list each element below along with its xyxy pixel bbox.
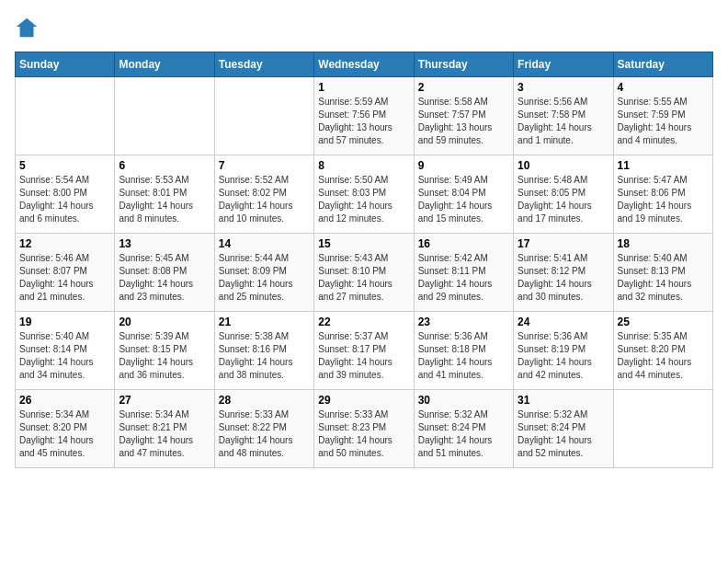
day-number: 9 xyxy=(418,159,509,172)
page-header xyxy=(15,15,713,40)
day-number: 25 xyxy=(618,316,709,328)
day-number: 19 xyxy=(19,316,110,328)
day-number: 6 xyxy=(119,159,210,172)
day-number: 11 xyxy=(618,159,709,172)
day-info: Sunrise: 5:54 AMSunset: 8:00 PMDaylight:… xyxy=(19,174,110,225)
day-info: Sunrise: 5:32 AMSunset: 8:24 PMDaylight:… xyxy=(518,408,609,460)
calendar-cell: 24Sunrise: 5:36 AMSunset: 8:19 PMDayligh… xyxy=(514,312,613,390)
day-info: Sunrise: 5:43 AMSunset: 8:10 PMDaylight:… xyxy=(318,252,409,304)
day-info: Sunrise: 5:56 AMSunset: 7:58 PMDaylight:… xyxy=(518,96,609,147)
day-number: 8 xyxy=(318,159,409,172)
day-header-sunday: Sunday xyxy=(16,52,115,77)
calendar-cell: 23Sunrise: 5:36 AMSunset: 8:18 PMDayligh… xyxy=(414,312,513,390)
day-info: Sunrise: 5:38 AMSunset: 8:16 PMDaylight:… xyxy=(219,330,310,382)
week-row-2: 12Sunrise: 5:46 AMSunset: 8:07 PMDayligh… xyxy=(16,234,713,312)
day-info: Sunrise: 5:47 AMSunset: 8:06 PMDaylight:… xyxy=(618,174,709,225)
calendar-cell: 22Sunrise: 5:37 AMSunset: 8:17 PMDayligh… xyxy=(314,312,414,390)
day-info: Sunrise: 5:36 AMSunset: 8:18 PMDaylight:… xyxy=(418,330,509,382)
calendar-cell: 5Sunrise: 5:54 AMSunset: 8:00 PMDaylight… xyxy=(16,155,115,234)
week-row-3: 19Sunrise: 5:40 AMSunset: 8:14 PMDayligh… xyxy=(16,312,713,390)
day-info: Sunrise: 5:50 AMSunset: 8:03 PMDaylight:… xyxy=(318,174,409,225)
day-info: Sunrise: 5:49 AMSunset: 8:04 PMDaylight:… xyxy=(418,174,509,225)
day-number: 5 xyxy=(19,159,110,172)
day-number: 17 xyxy=(518,237,609,250)
calendar-cell xyxy=(115,77,214,155)
calendar-cell: 4Sunrise: 5:55 AMSunset: 7:59 PMDaylight… xyxy=(613,77,712,155)
header-row: SundayMondayTuesdayWednesdayThursdayFrid… xyxy=(16,52,713,77)
day-number: 23 xyxy=(418,316,509,328)
calendar-cell: 6Sunrise: 5:53 AMSunset: 8:01 PMDaylight… xyxy=(115,155,214,234)
day-header-saturday: Saturday xyxy=(613,52,712,77)
day-number: 10 xyxy=(518,159,609,172)
day-info: Sunrise: 5:39 AMSunset: 8:15 PMDaylight:… xyxy=(119,330,210,382)
day-header-thursday: Thursday xyxy=(414,52,513,77)
day-info: Sunrise: 5:33 AMSunset: 8:22 PMDaylight:… xyxy=(219,408,310,460)
logo-icon xyxy=(15,15,40,40)
calendar-cell: 2Sunrise: 5:58 AMSunset: 7:57 PMDaylight… xyxy=(414,77,513,155)
day-number: 3 xyxy=(518,81,609,94)
calendar-cell: 21Sunrise: 5:38 AMSunset: 8:16 PMDayligh… xyxy=(214,312,313,390)
calendar-cell: 16Sunrise: 5:42 AMSunset: 8:11 PMDayligh… xyxy=(414,234,513,312)
day-number: 27 xyxy=(119,394,210,407)
day-number: 26 xyxy=(19,394,110,407)
week-row-4: 26Sunrise: 5:34 AMSunset: 8:20 PMDayligh… xyxy=(16,390,713,468)
day-number: 4 xyxy=(618,81,709,94)
calendar-cell: 3Sunrise: 5:56 AMSunset: 7:58 PMDaylight… xyxy=(514,77,613,155)
day-number: 18 xyxy=(618,237,709,250)
calendar-cell: 8Sunrise: 5:50 AMSunset: 8:03 PMDaylight… xyxy=(314,155,414,234)
calendar-cell: 7Sunrise: 5:52 AMSunset: 8:02 PMDaylight… xyxy=(214,155,313,234)
day-number: 30 xyxy=(418,394,509,407)
day-info: Sunrise: 5:32 AMSunset: 8:24 PMDaylight:… xyxy=(418,408,509,460)
day-header-monday: Monday xyxy=(115,52,214,77)
day-header-tuesday: Tuesday xyxy=(214,52,313,77)
day-number: 22 xyxy=(318,316,409,328)
week-row-1: 5Sunrise: 5:54 AMSunset: 8:00 PMDaylight… xyxy=(16,155,713,234)
day-number: 15 xyxy=(318,237,409,250)
day-number: 16 xyxy=(418,237,509,250)
day-number: 14 xyxy=(219,237,310,250)
day-info: Sunrise: 5:44 AMSunset: 8:09 PMDaylight:… xyxy=(219,252,310,304)
day-info: Sunrise: 5:34 AMSunset: 8:21 PMDaylight:… xyxy=(119,408,210,460)
day-info: Sunrise: 5:41 AMSunset: 8:12 PMDaylight:… xyxy=(518,252,609,304)
week-row-0: 1Sunrise: 5:59 AMSunset: 7:56 PMDaylight… xyxy=(16,77,713,155)
day-number: 20 xyxy=(119,316,210,328)
calendar-cell: 27Sunrise: 5:34 AMSunset: 8:21 PMDayligh… xyxy=(115,390,214,468)
day-header-wednesday: Wednesday xyxy=(314,52,414,77)
calendar-cell: 29Sunrise: 5:33 AMSunset: 8:23 PMDayligh… xyxy=(314,390,414,468)
calendar-cell xyxy=(613,390,712,468)
day-info: Sunrise: 5:34 AMSunset: 8:20 PMDaylight:… xyxy=(19,408,110,460)
day-number: 28 xyxy=(219,394,310,407)
day-number: 2 xyxy=(418,81,509,94)
calendar-cell: 20Sunrise: 5:39 AMSunset: 8:15 PMDayligh… xyxy=(115,312,214,390)
calendar-cell xyxy=(214,77,313,155)
day-number: 12 xyxy=(19,237,110,250)
calendar-cell: 9Sunrise: 5:49 AMSunset: 8:04 PMDaylight… xyxy=(414,155,513,234)
calendar-cell: 12Sunrise: 5:46 AMSunset: 8:07 PMDayligh… xyxy=(16,234,115,312)
calendar-cell: 14Sunrise: 5:44 AMSunset: 8:09 PMDayligh… xyxy=(214,234,313,312)
calendar-cell: 1Sunrise: 5:59 AMSunset: 7:56 PMDaylight… xyxy=(314,77,414,155)
logo xyxy=(15,15,44,40)
svg-marker-0 xyxy=(17,18,37,38)
day-info: Sunrise: 5:48 AMSunset: 8:05 PMDaylight:… xyxy=(518,174,609,225)
calendar-cell: 26Sunrise: 5:34 AMSunset: 8:20 PMDayligh… xyxy=(16,390,115,468)
day-info: Sunrise: 5:59 AMSunset: 7:56 PMDaylight:… xyxy=(318,96,409,147)
day-info: Sunrise: 5:52 AMSunset: 8:02 PMDaylight:… xyxy=(219,174,310,225)
calendar-table: SundayMondayTuesdayWednesdayThursdayFrid… xyxy=(15,52,713,468)
day-info: Sunrise: 5:55 AMSunset: 7:59 PMDaylight:… xyxy=(618,96,709,147)
day-info: Sunrise: 5:40 AMSunset: 8:14 PMDaylight:… xyxy=(19,330,110,382)
day-info: Sunrise: 5:53 AMSunset: 8:01 PMDaylight:… xyxy=(119,174,210,225)
day-info: Sunrise: 5:40 AMSunset: 8:13 PMDaylight:… xyxy=(618,252,709,304)
calendar-cell: 28Sunrise: 5:33 AMSunset: 8:22 PMDayligh… xyxy=(214,390,313,468)
day-number: 31 xyxy=(518,394,609,407)
day-number: 13 xyxy=(119,237,210,250)
day-info: Sunrise: 5:58 AMSunset: 7:57 PMDaylight:… xyxy=(418,96,509,147)
day-info: Sunrise: 5:45 AMSunset: 8:08 PMDaylight:… xyxy=(119,252,210,304)
calendar-cell: 31Sunrise: 5:32 AMSunset: 8:24 PMDayligh… xyxy=(514,390,613,468)
calendar-cell: 11Sunrise: 5:47 AMSunset: 8:06 PMDayligh… xyxy=(613,155,712,234)
day-info: Sunrise: 5:33 AMSunset: 8:23 PMDaylight:… xyxy=(318,408,409,460)
day-number: 21 xyxy=(219,316,310,328)
day-info: Sunrise: 5:46 AMSunset: 8:07 PMDaylight:… xyxy=(19,252,110,304)
day-number: 1 xyxy=(318,81,409,94)
calendar-cell: 18Sunrise: 5:40 AMSunset: 8:13 PMDayligh… xyxy=(613,234,712,312)
day-info: Sunrise: 5:35 AMSunset: 8:20 PMDaylight:… xyxy=(618,330,709,382)
